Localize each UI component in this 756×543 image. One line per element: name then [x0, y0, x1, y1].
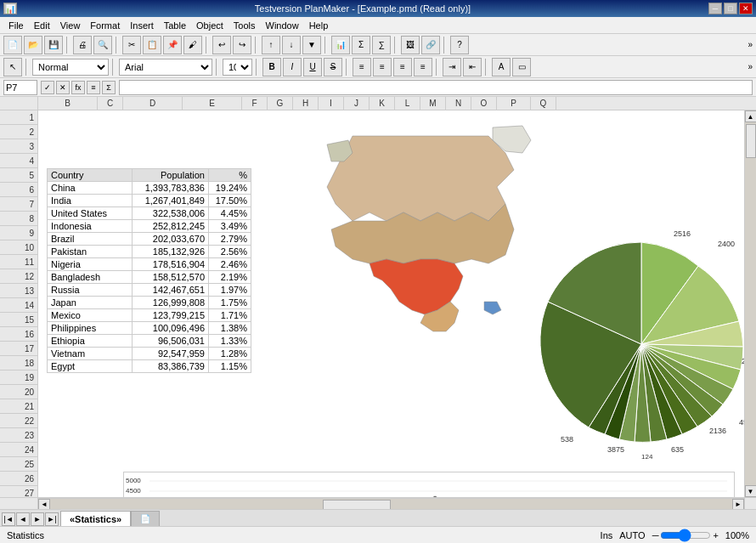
pop-cell[interactable]: 178,516,904	[133, 258, 209, 271]
row-11[interactable]: 11	[0, 255, 37, 269]
row-1[interactable]: 1	[0, 110, 37, 125]
row-10[interactable]: 10	[0, 240, 37, 255]
pop-cell[interactable]: 322,538,006	[133, 207, 209, 220]
row-23[interactable]: 23	[0, 428, 37, 443]
strikethrough-button[interactable]: S	[324, 58, 342, 76]
pointer-button[interactable]: ↖	[3, 58, 22, 76]
menu-file[interactable]: File	[3, 19, 29, 32]
hyperlink-button[interactable]: 🔗	[421, 36, 440, 54]
th-percent[interactable]: %	[209, 169, 251, 182]
pop-cell[interactable]: 142,467,651	[133, 284, 209, 297]
col-header-m[interactable]: M	[420, 97, 446, 110]
align-left-button[interactable]: ≡	[353, 58, 371, 76]
row-7[interactable]: 7	[0, 197, 37, 212]
row-8[interactable]: 8	[0, 212, 37, 226]
row-27[interactable]: 27	[0, 486, 37, 497]
formula-name-icon[interactable]: ≡	[87, 81, 100, 94]
tab-next-button[interactable]: ►	[31, 512, 44, 526]
app-icon[interactable]: 📊	[3, 3, 17, 14]
country-cell[interactable]: Mexico	[48, 309, 133, 322]
pop-cell[interactable]: 185,132,926	[133, 246, 209, 258]
menu-format[interactable]: Format	[85, 19, 125, 32]
col-header-d[interactable]: D	[123, 97, 183, 110]
pct-cell[interactable]: 1.97%	[209, 284, 251, 297]
col-header-k[interactable]: K	[370, 97, 395, 110]
pct-cell[interactable]: 1.28%	[209, 348, 251, 360]
col-header-g[interactable]: G	[268, 97, 293, 110]
tab-prev-button[interactable]: ◄	[16, 512, 30, 526]
cells-area[interactable]: Country Population % China1,393,783,8361…	[38, 110, 744, 497]
country-cell[interactable]: China	[48, 182, 133, 195]
font-size-select[interactable]: 10	[223, 59, 252, 76]
th-country[interactable]: Country	[48, 169, 133, 182]
new-button[interactable]: 📄	[3, 36, 22, 54]
italic-button[interactable]: I	[283, 58, 302, 76]
pop-cell[interactable]: 252,812,245	[133, 220, 209, 233]
row-6[interactable]: 6	[0, 183, 37, 197]
col-header-l[interactable]: L	[395, 97, 420, 110]
formula-check-icon[interactable]: ✓	[41, 81, 54, 94]
chart-button[interactable]: 📊	[331, 36, 350, 54]
country-cell[interactable]: Bangladesh	[48, 271, 133, 284]
pct-cell[interactable]: 1.38%	[209, 322, 251, 335]
pop-cell[interactable]: 96,506,031	[133, 335, 209, 348]
row-3[interactable]: 3	[0, 139, 37, 154]
insert-image-button[interactable]: 🖼	[401, 36, 420, 54]
save-button[interactable]: 💾	[44, 36, 63, 54]
row-24[interactable]: 24	[0, 443, 37, 457]
pop-cell[interactable]: 1,267,401,849	[133, 195, 209, 207]
formula-input[interactable]	[119, 80, 753, 95]
pct-cell[interactable]: 19.24%	[209, 182, 251, 195]
formula-sum-icon[interactable]: Σ	[102, 81, 116, 94]
open-button[interactable]: 📂	[24, 36, 42, 54]
zoom-slider[interactable]	[660, 532, 711, 539]
print-button[interactable]: 🖨	[73, 36, 92, 54]
col-header-j[interactable]: J	[344, 97, 370, 110]
row-21[interactable]: 21	[0, 399, 37, 414]
tab-last-button[interactable]: ►|	[45, 512, 59, 526]
menu-table[interactable]: Table	[159, 19, 191, 32]
vertical-scrollbar[interactable]: ▲ ▼	[744, 110, 756, 497]
pct-cell[interactable]: 2.79%	[209, 233, 251, 246]
close-button[interactable]: ✕	[739, 3, 753, 14]
pop-cell[interactable]: 100,096,496	[133, 322, 209, 335]
pct-cell[interactable]: 2.56%	[209, 246, 251, 258]
scroll-thumb[interactable]	[746, 124, 756, 158]
sort-asc-button[interactable]: ↑	[262, 36, 280, 54]
th-population[interactable]: Population	[133, 169, 209, 182]
col-header-o[interactable]: O	[471, 97, 497, 110]
pct-cell[interactable]: 1.71%	[209, 309, 251, 322]
sheet-tab-2[interactable]: 📄	[131, 511, 160, 526]
country-cell[interactable]: India	[48, 195, 133, 207]
pct-cell[interactable]: 1.33%	[209, 335, 251, 348]
country-cell[interactable]: Brazil	[48, 233, 133, 246]
row-20[interactable]: 20	[0, 385, 37, 399]
country-cell[interactable]: Ethiopia	[48, 335, 133, 348]
row-26[interactable]: 26	[0, 472, 37, 486]
col-header-h[interactable]: H	[293, 97, 319, 110]
align-right-button[interactable]: ≡	[393, 58, 412, 76]
cut-button[interactable]: ✂	[122, 36, 141, 54]
redo-button[interactable]: ↪	[233, 36, 251, 54]
maximize-button[interactable]: □	[724, 3, 737, 14]
row-14[interactable]: 14	[0, 298, 37, 313]
toolbar-expand-1[interactable]: »	[748, 40, 753, 49]
pct-cell[interactable]: 3.49%	[209, 220, 251, 233]
country-cell[interactable]: Indonesia	[48, 220, 133, 233]
formula-wizard-icon[interactable]: fx	[71, 81, 85, 94]
row-12[interactable]: 12	[0, 269, 37, 284]
row-18[interactable]: 18	[0, 356, 37, 370]
tab-first-button[interactable]: |◄	[2, 512, 15, 526]
fill-color-button[interactable]: ▭	[512, 58, 531, 76]
menu-edit[interactable]: Edit	[29, 19, 55, 32]
country-cell[interactable]: Russia	[48, 284, 133, 297]
col-header-b[interactable]: B	[38, 97, 98, 110]
country-cell[interactable]: Japan	[48, 297, 133, 309]
print-preview-button[interactable]: 🔍	[93, 36, 112, 54]
minimize-button[interactable]: ─	[708, 3, 722, 14]
pct-cell[interactable]: 2.46%	[209, 258, 251, 271]
col-header-p[interactable]: P	[497, 97, 531, 110]
cell-reference-input[interactable]	[3, 80, 37, 95]
menu-insert[interactable]: Insert	[125, 19, 159, 32]
row-2[interactable]: 2	[0, 125, 37, 139]
